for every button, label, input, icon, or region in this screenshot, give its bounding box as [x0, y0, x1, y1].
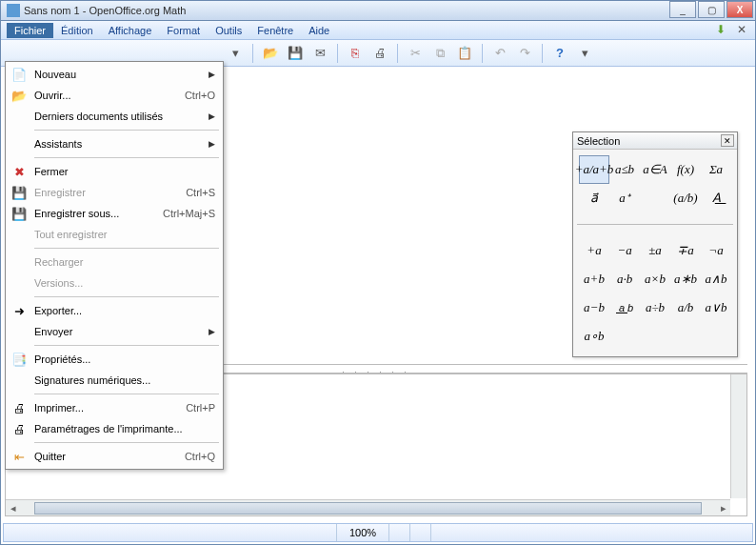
vertical-scrollbar[interactable]	[730, 374, 746, 498]
menu-item-assistants[interactable]: Assistants ▶	[8, 133, 221, 154]
menu-item-ouvrir[interactable]: 📂 Ouvrir... Ctrl+O	[8, 85, 221, 106]
zoom-level[interactable]: 100%	[337, 524, 389, 541]
status-bar: 100%	[3, 523, 753, 542]
menu-item-quitter[interactable]: ⇤ Quitter Ctrl+Q	[8, 446, 221, 467]
title-bar: Sans nom 1 - OpenOffice.org Math _ ▢ X	[0, 0, 756, 21]
sym-a-over-b[interactable]: ab	[609, 293, 640, 322]
sym-plus-a[interactable]: +a	[579, 236, 609, 265]
sym-a-dot-b[interactable]: a∙b	[609, 265, 640, 293]
scroll-thumb[interactable]	[34, 502, 702, 515]
menu-item-enregistrer-sous[interactable]: 💾 Enregistrer sous... Ctrl+Maj+S	[8, 203, 221, 224]
menu-item-exporter[interactable]: ➜ Exporter...	[8, 300, 221, 321]
sym-a-plus-b[interactable]: a+b	[579, 265, 609, 293]
menu-affichage[interactable]: Affichage	[101, 23, 160, 38]
menu-item-versions: Versions...	[8, 272, 221, 293]
mail-icon[interactable]: ✉	[310, 44, 329, 63]
separator	[252, 44, 253, 63]
cat-functions[interactable]: f(x)	[670, 155, 701, 184]
sym-a-div-b[interactable]: a÷b	[640, 293, 670, 322]
mdi-close-icon[interactable]: ✕	[734, 22, 749, 37]
menu-separator	[34, 248, 219, 249]
panel-close-icon[interactable]: ✕	[721, 134, 734, 147]
cat-unary-binary[interactable]: +a/a+b	[579, 155, 609, 184]
undo-icon[interactable]: ↶	[490, 44, 509, 63]
scroll-right-icon[interactable]: ▸	[716, 502, 730, 515]
menu-item-nouveau[interactable]: 📄 Nouveau ▶	[8, 64, 221, 85]
printer-settings-icon: 🖨	[8, 422, 30, 436]
sym-a-and-b[interactable]: a∧b	[701, 265, 731, 293]
sym-a-minus-b[interactable]: a−b	[579, 293, 609, 322]
sym-a-or-b[interactable]: a∨b	[701, 293, 731, 322]
cat-brackets[interactable]: (a/b)	[670, 184, 701, 212]
menu-shortcut: Ctrl+P	[186, 402, 221, 414]
sym-minusplus-a[interactable]: ∓a	[670, 236, 701, 265]
status-cell	[4, 524, 337, 541]
menu-format[interactable]: Format	[159, 23, 208, 38]
menu-separator	[34, 394, 219, 394]
cat-attributes[interactable]: a⃗	[579, 184, 609, 212]
menu-fichier[interactable]: Fichier	[7, 23, 53, 38]
sym-a-times-b[interactable]: a×b	[640, 265, 670, 293]
selection-title-label: Sélection	[577, 135, 620, 147]
cat-operators[interactable]: Σa	[701, 155, 731, 184]
download-icon[interactable]: ⬇	[713, 22, 728, 37]
menu-item-envoyer[interactable]: Envoyer ▶	[8, 321, 221, 342]
menu-item-fermer[interactable]: ✖ Fermer	[8, 161, 221, 182]
sym-minus-a[interactable]: −a	[609, 236, 640, 265]
menu-item-proprietes[interactable]: 📑 Propriétés...	[8, 349, 221, 370]
sym-a-star-b[interactable]: a∗b	[670, 265, 701, 293]
save-icon[interactable]: 💾	[286, 44, 305, 63]
dropdown-icon[interactable]: ▾	[226, 44, 245, 63]
menu-item-enregistrer: 💾 Enregistrer Ctrl+S	[8, 182, 221, 203]
help-icon[interactable]: ?	[550, 44, 569, 63]
menu-item-param-imprimante[interactable]: 🖨 Paramétrages de l'imprimante...	[8, 418, 221, 439]
menu-label: Exporter...	[30, 305, 221, 316]
sym-not-a[interactable]: ¬a	[701, 236, 731, 265]
redo-icon[interactable]: ↷	[515, 44, 534, 63]
menu-edition[interactable]: Édition	[53, 23, 101, 38]
menu-item-imprimer[interactable]: 🖨 Imprimer... Ctrl+P	[8, 397, 221, 418]
pdf-icon[interactable]: ⎘	[346, 44, 365, 63]
menu-item-recents[interactable]: Derniers documents utilisés ▶	[8, 106, 221, 127]
menu-label: Propriétés...	[30, 353, 221, 365]
status-cell	[431, 524, 752, 541]
menu-label: Signatures numériques...	[30, 374, 221, 386]
status-cell	[389, 524, 410, 541]
cat-set-ops[interactable]: a∈A	[640, 155, 670, 184]
copy-icon[interactable]: ⧉	[430, 44, 449, 63]
selection-categories: +a/a+b a≤b a∈A f(x) Σa a⃗ aᐩ (a/b) A͟	[573, 150, 737, 218]
menu-fenetre[interactable]: Fenêtre	[249, 23, 301, 38]
paste-icon[interactable]: 📋	[455, 44, 474, 63]
menu-aide[interactable]: Aide	[301, 23, 337, 38]
menu-label: Enregistrer sous...	[30, 208, 163, 219]
menu-item-signatures[interactable]: Signatures numériques...	[8, 370, 221, 391]
cat-relations[interactable]: a≤b	[609, 155, 640, 184]
window-controls: _ ▢ X	[669, 1, 753, 18]
cat-others[interactable]: aᐩ	[609, 184, 640, 212]
selection-panel-title[interactable]: Sélection ✕	[573, 132, 737, 150]
maximize-button[interactable]: ▢	[698, 1, 725, 18]
sym-plusminus-a[interactable]: ±a	[640, 236, 670, 265]
separator	[397, 44, 398, 63]
sym-a-circ-b[interactable]: a∘b	[579, 322, 609, 351]
menu-shortcut: Ctrl+S	[186, 187, 221, 198]
menu-bar: Fichier Édition Affichage Format Outils …	[1, 21, 755, 40]
menu-shortcut: Ctrl+Maj+S	[163, 208, 221, 219]
menu-label: Nouveau	[30, 69, 209, 80]
cut-icon[interactable]: ✂	[406, 44, 425, 63]
menu-separator	[34, 345, 219, 346]
minimize-button[interactable]: _	[669, 1, 696, 18]
open-folder-icon[interactable]: 📂	[261, 44, 280, 63]
status-cell	[410, 524, 431, 541]
export-icon: ➜	[8, 304, 30, 318]
close-button[interactable]: X	[726, 1, 753, 18]
scroll-left-icon[interactable]: ◂	[6, 502, 20, 515]
cat-formats[interactable]: A͟	[701, 184, 731, 212]
dropdown-icon[interactable]: ▾	[575, 44, 594, 63]
print-icon[interactable]: 🖨	[370, 44, 389, 63]
menu-outils[interactable]: Outils	[208, 23, 249, 38]
sym-a-slash-b[interactable]: a/b	[670, 293, 701, 322]
menu-separator	[34, 296, 219, 297]
horizontal-scrollbar[interactable]: ◂ ▸	[6, 499, 730, 515]
menu-item-recharger: Recharger	[8, 252, 221, 272]
